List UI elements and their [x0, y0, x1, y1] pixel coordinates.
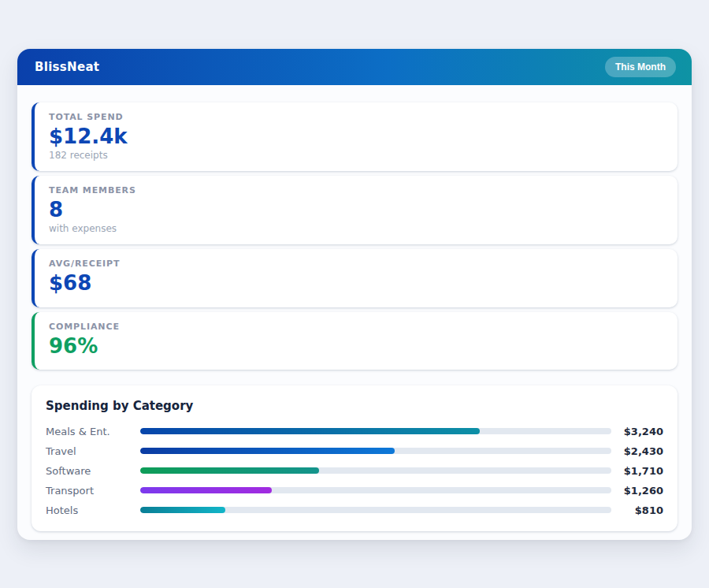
stat-value: $12.4k — [49, 125, 663, 149]
category-value: $3,240 — [611, 426, 663, 437]
dashboard-panel: BlissNeat This Month TOTAL SPEND $12.4k … — [17, 49, 692, 540]
category-value: $1,710 — [611, 465, 663, 477]
category-row: Software $1,710 — [46, 461, 663, 481]
category-value: $810 — [611, 504, 663, 516]
category-bar-fill — [140, 487, 272, 493]
app-title: BlissNeat — [35, 60, 99, 74]
app-header: BlissNeat This Month — [17, 49, 692, 85]
dashboard-body: TOTAL SPEND $12.4k 182 receipts TEAM MEM… — [17, 85, 692, 531]
category-bar-track — [140, 507, 611, 513]
stat-card: TEAM MEMBERS 8 with expenses — [32, 176, 677, 244]
category-row: Travel $2,430 — [46, 441, 663, 461]
stat-label: TOTAL SPEND — [49, 112, 663, 122]
spending-title: Spending by Category — [46, 399, 663, 413]
category-row: Hotels $810 — [46, 501, 663, 520]
category-label: Travel — [46, 445, 140, 457]
stat-card: COMPLIANCE 96% — [32, 312, 677, 370]
category-bar-track — [140, 467, 611, 474]
category-bar-fill — [140, 507, 225, 513]
stat-value: 8 — [49, 198, 663, 222]
category-label: Software — [46, 465, 140, 477]
stat-value: $68 — [49, 271, 663, 296]
stat-label: AVG/RECEIPT — [49, 259, 663, 269]
category-bar-track — [140, 487, 611, 493]
category-value: $1,260 — [611, 485, 663, 497]
stat-subtext: 182 receipts — [49, 150, 663, 161]
category-bar-track — [140, 448, 611, 454]
category-value: $2,430 — [611, 445, 663, 457]
stat-value: 96% — [49, 334, 663, 359]
period-badge[interactable]: This Month — [605, 57, 676, 77]
stat-label: TEAM MEMBERS — [49, 185, 663, 195]
category-row: Meals & Ent. $3,240 — [46, 422, 663, 441]
category-row: Transport $1,260 — [46, 481, 663, 501]
category-bar-track — [140, 428, 611, 434]
category-label: Meals & Ent. — [46, 426, 140, 437]
category-label: Hotels — [46, 504, 140, 516]
stat-subtext: with expenses — [49, 223, 663, 234]
category-bar-fill — [140, 448, 395, 454]
stat-label: COMPLIANCE — [49, 322, 663, 332]
category-label: Transport — [46, 485, 140, 497]
stat-card: AVG/RECEIPT $68 — [32, 249, 677, 307]
stat-card: TOTAL SPEND $12.4k 182 receipts — [32, 102, 677, 171]
category-bar-fill — [140, 428, 480, 434]
category-bar-fill — [140, 467, 319, 474]
spending-by-category-card: Spending by Category Meals & Ent. $3,240… — [32, 385, 677, 531]
